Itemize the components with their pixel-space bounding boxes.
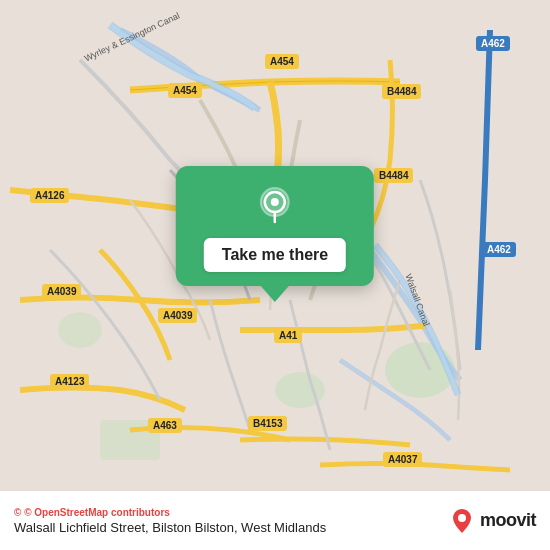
location-pin-icon [253, 184, 297, 228]
svg-point-7 [271, 198, 279, 206]
address-text: Walsall Lichfield Street, Bilston Bilsto… [14, 520, 326, 535]
osm-credit-text: © OpenStreetMap contributors [24, 507, 170, 518]
osm-credit: © © OpenStreetMap contributors [14, 507, 326, 518]
svg-point-3 [58, 312, 102, 348]
copyright-symbol: © [14, 507, 21, 518]
popup-arrow [261, 286, 289, 302]
map-container: A454 A454 A462 A462 B4484 B4484 A4126 A4… [0, 0, 550, 490]
moovit-text: moovit [480, 510, 536, 531]
popup-box: Take me there [176, 166, 374, 286]
moovit-logo: moovit [448, 507, 536, 535]
svg-point-9 [458, 514, 466, 522]
popup-overlay: Take me there [176, 166, 374, 302]
take-me-there-button[interactable]: Take me there [204, 238, 346, 272]
bottom-bar: © © OpenStreetMap contributors Walsall L… [0, 490, 550, 550]
moovit-icon-svg [448, 507, 476, 535]
bottom-left: © © OpenStreetMap contributors Walsall L… [14, 507, 326, 535]
